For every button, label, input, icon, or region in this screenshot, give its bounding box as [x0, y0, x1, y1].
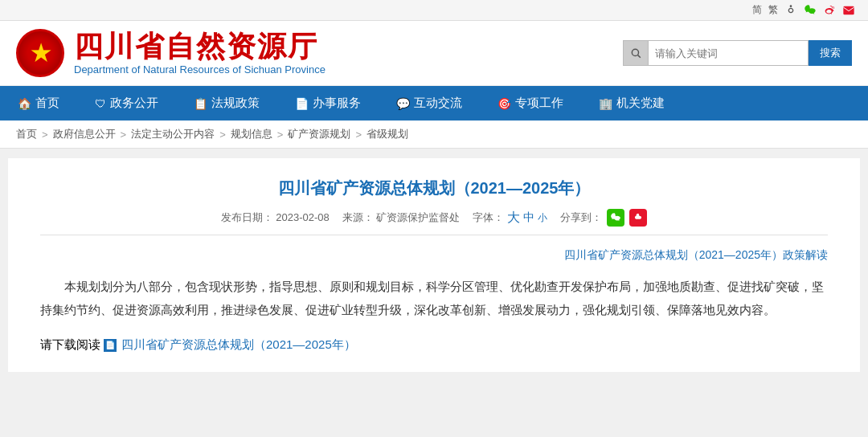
download-link-area: 请下载阅读 📄 四川省矿产资源总体规划（2021—2025年）	[40, 337, 828, 353]
publish-date-label: 发布日期： 2023-02-08	[221, 210, 330, 225]
download-file-icon: 📄	[104, 339, 117, 352]
share-area: 分享到：	[560, 209, 647, 227]
special-work-icon: 🎯	[497, 97, 511, 110]
breadcrumb-sep-4: >	[277, 129, 284, 141]
download-link[interactable]: 四川省矿产资源总体规划（2021—2025年）	[121, 337, 356, 353]
article-meta: 发布日期： 2023-02-08 来源： 矿资源保护监督处 字体： 大 中 小 …	[40, 209, 828, 227]
top-utility-bar: 简 繁	[0, 0, 868, 21]
search-area: 搜索	[623, 40, 852, 66]
svg-point-2	[632, 49, 638, 55]
logo-emblem: ★	[16, 29, 64, 77]
content-area: 四川省矿产资源总体规划（2021—2025年） 发布日期： 2023-02-08…	[8, 158, 860, 372]
search-input[interactable]	[648, 40, 809, 66]
breadcrumb-statutory[interactable]: 法定主动公开内容	[131, 127, 215, 141]
publish-date-value: 2023-02-08	[276, 211, 330, 223]
svg-rect-1	[843, 6, 854, 14]
breadcrumb-planning[interactable]: 规划信息	[231, 127, 272, 141]
accessibility-btn[interactable]	[784, 4, 797, 17]
logo-text-area: 四川省自然资源厅 Department of Natural Resources…	[74, 31, 326, 76]
share-weibo-icon[interactable]	[629, 209, 647, 227]
site-name-chinese: 四川省自然资源厅	[74, 31, 326, 63]
article-body: 本规划划分为八部分，包含现状形势，指导思想、原则和规划目标，科学分区管理、优化勘…	[40, 276, 828, 321]
nav-laws[interactable]: 📋 法规政策	[176, 86, 277, 120]
home-icon: 🏠	[18, 97, 31, 110]
nav-party-label: 机关党建	[616, 96, 665, 111]
breadcrumb-home[interactable]: 首页	[16, 127, 37, 141]
policy-link[interactable]: 四川省矿产资源总体规划（2021—2025年）政策解读	[564, 248, 828, 261]
nav-laws-label: 法规政策	[211, 96, 260, 111]
font-size-large[interactable]: 大	[507, 210, 520, 227]
search-button[interactable]: 搜索	[809, 40, 852, 66]
weibo-share-btn[interactable]	[823, 4, 836, 17]
nav-home[interactable]: 🏠 首页	[0, 86, 77, 120]
nav-interaction-label: 互动交流	[414, 96, 462, 111]
source-value: 矿资源保护监督处	[376, 211, 460, 223]
wechat-share-btn[interactable]	[804, 4, 817, 17]
header: ★ 四川省自然资源厅 Department of Natural Resourc…	[0, 21, 868, 86]
email-btn[interactable]	[842, 4, 855, 17]
breadcrumb-sep-3: >	[219, 129, 226, 141]
divider-top	[40, 235, 828, 235]
nav-party[interactable]: 🏢 机关党建	[581, 86, 682, 120]
traditional-chinese-btn[interactable]: 繁	[768, 3, 778, 17]
source-label: 来源： 矿资源保护监督处	[342, 210, 461, 225]
services-icon: 📄	[295, 97, 309, 110]
share-wechat-icon[interactable]	[607, 209, 624, 227]
breadcrumb-sep-2: >	[121, 129, 127, 141]
svg-line-3	[638, 55, 641, 58]
interaction-icon: 💬	[396, 97, 410, 110]
policy-link-area: 四川省矿产资源总体规划（2021—2025年）政策解读	[40, 248, 828, 263]
nav-special-work-label: 专项工作	[515, 96, 563, 111]
gov-affairs-icon: 🛡	[95, 97, 106, 110]
svg-point-0	[790, 5, 792, 7]
site-name-english: Department of Natural Resources of Sichu…	[74, 63, 326, 76]
simplified-chinese-btn[interactable]: 简	[752, 3, 762, 17]
nav-services[interactable]: 📄 办事服务	[277, 86, 379, 120]
nav-gov-affairs-label: 政务公开	[110, 96, 158, 111]
breadcrumb-sep-5: >	[355, 129, 362, 141]
font-size-selector: 字体： 大 中 小	[473, 210, 547, 227]
laws-icon: 📋	[194, 97, 207, 110]
nav-special-work[interactable]: 🎯 专项工作	[480, 86, 581, 120]
font-size-small[interactable]: 小	[538, 211, 547, 225]
nav-interaction[interactable]: 💬 互动交流	[379, 86, 480, 120]
search-icon[interactable]	[623, 40, 648, 66]
nav-home-label: 首页	[35, 96, 59, 111]
breadcrumb-sep-1: >	[42, 129, 48, 141]
breadcrumb-mineral[interactable]: 矿产资源规划	[288, 127, 350, 141]
logo-area: ★ 四川省自然资源厅 Department of Natural Resourc…	[16, 29, 326, 77]
party-icon: 🏢	[599, 97, 612, 110]
breadcrumb: 首页 > 政府信息公开 > 法定主动公开内容 > 规划信息 > 矿产资源规划 >…	[0, 120, 868, 149]
download-text: 请下载阅读	[40, 337, 100, 353]
nav-services-label: 办事服务	[313, 96, 361, 111]
nav-gov-affairs[interactable]: 🛡 政务公开	[77, 86, 176, 120]
breadcrumb-provincial[interactable]: 省级规划	[366, 127, 408, 141]
font-size-medium[interactable]: 中	[523, 210, 534, 225]
breadcrumb-gov-info[interactable]: 政府信息公开	[53, 127, 116, 141]
article-title: 四川省矿产资源总体规划（2021—2025年）	[40, 178, 828, 199]
nav-bar: 🏠 首页 🛡 政务公开 📋 法规政策 📄 办事服务 💬 互动交流 🎯 专项工作 …	[0, 86, 868, 120]
